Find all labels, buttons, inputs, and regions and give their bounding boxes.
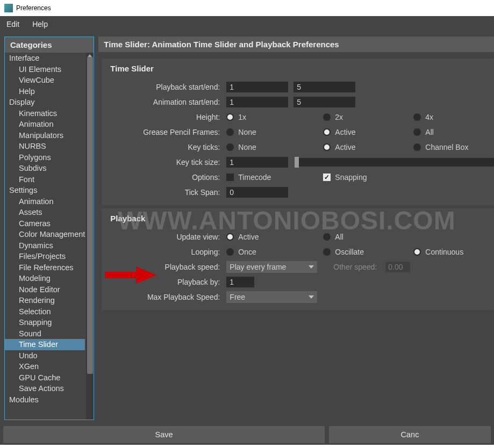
slider-keytick-size[interactable] bbox=[295, 158, 494, 167]
radio-label-height-1x: 1x bbox=[238, 113, 246, 121]
check-label-timecode: Timecode bbox=[238, 173, 271, 182]
chevron-down-icon[interactable] bbox=[305, 261, 317, 273]
sidebar-item-assets[interactable]: Assets bbox=[5, 207, 85, 218]
radio-label-keyticks-channelbox: Channel Box bbox=[425, 143, 468, 151]
sidebar-item-save-actions[interactable]: Save Actions bbox=[5, 383, 85, 394]
content-panel: Time Slider: Animation Time Slider and P… bbox=[98, 37, 494, 420]
radio-keyticks-none[interactable] bbox=[226, 143, 234, 151]
sidebar-item-undo[interactable]: Undo bbox=[5, 350, 85, 362]
scroll-thumb[interactable] bbox=[87, 57, 93, 374]
radio-grease-all[interactable] bbox=[413, 128, 421, 136]
label-options: Options: bbox=[103, 173, 221, 182]
sidebar-item-polygons[interactable]: Polygons bbox=[5, 152, 85, 163]
sidebar-item-display[interactable]: Display bbox=[5, 97, 85, 108]
radio-label-update-all: All bbox=[335, 233, 343, 241]
sidebar-item-viewcube[interactable]: ViewCube bbox=[5, 75, 85, 86]
sidebar-item-settings[interactable]: Settings bbox=[5, 185, 85, 196]
chevron-down-icon[interactable] bbox=[305, 291, 317, 303]
input-keytick-size[interactable] bbox=[226, 157, 288, 168]
sidebar-item-kinematics[interactable]: Kinematics bbox=[5, 108, 85, 119]
sidebar-item-subdivs[interactable]: Subdivs bbox=[5, 163, 85, 174]
radio-label-update-active: Active bbox=[238, 233, 259, 241]
radio-grease-active[interactable] bbox=[323, 128, 331, 136]
sidebar-item-cameras[interactable]: Cameras bbox=[5, 218, 85, 229]
bottombar: Save Canc bbox=[0, 424, 494, 445]
label-height: Height: bbox=[103, 113, 221, 121]
titlebar: Preferences bbox=[0, 0, 494, 16]
radio-height-4x[interactable] bbox=[413, 113, 421, 121]
input-anim-start[interactable] bbox=[226, 97, 288, 107]
main: Categories InterfaceUI ElementsViewCubeH… bbox=[0, 32, 494, 424]
slider-thumb[interactable] bbox=[295, 157, 299, 168]
sidebar-item-gpu-cache[interactable]: GPU Cache bbox=[5, 372, 85, 384]
label-grease: Grease Pencil Frames: bbox=[103, 128, 221, 136]
radio-height-1x[interactable] bbox=[226, 113, 234, 121]
sidebar-item-time-slider[interactable]: Time Slider bbox=[5, 339, 85, 350]
sidebar-item-rendering[interactable]: Rendering bbox=[5, 295, 85, 306]
label-update-view: Update view: bbox=[103, 233, 221, 241]
sidebar-item-selection[interactable]: Selection bbox=[5, 306, 85, 317]
sidebar-item-sound[interactable]: Sound bbox=[5, 328, 85, 339]
menu-edit[interactable]: Edit bbox=[6, 20, 19, 28]
select-playback-speed[interactable]: Play every frame bbox=[226, 261, 317, 273]
sidebar-item-ui-elements[interactable]: UI Elements bbox=[5, 64, 85, 75]
sidebar-item-dynamics[interactable]: Dynamics bbox=[5, 240, 85, 251]
radio-height-2x[interactable] bbox=[323, 113, 331, 121]
app-icon bbox=[4, 4, 13, 12]
input-anim-end[interactable] bbox=[293, 97, 355, 107]
sidebar-header: Categories bbox=[5, 37, 94, 53]
check-snapping[interactable]: ✓ bbox=[323, 174, 331, 181]
input-playback-by[interactable] bbox=[226, 277, 254, 287]
category-list[interactable]: InterfaceUI ElementsViewCubeHelpDisplayK… bbox=[5, 53, 94, 420]
menu-help[interactable]: Help bbox=[32, 20, 48, 28]
radio-keyticks-channelbox[interactable] bbox=[413, 143, 421, 151]
select-value-playback-speed: Play every frame bbox=[226, 261, 305, 273]
radio-update-all[interactable] bbox=[323, 233, 331, 241]
radio-update-active[interactable] bbox=[226, 233, 234, 241]
radio-keyticks-active[interactable] bbox=[323, 143, 331, 151]
sidebar-item-node-editor[interactable]: Node Editor bbox=[5, 284, 85, 295]
input-tick-span[interactable] bbox=[226, 187, 288, 198]
check-label-snapping: Snapping bbox=[335, 173, 367, 182]
radio-loop-once[interactable] bbox=[226, 248, 234, 256]
radio-grease-none[interactable] bbox=[226, 128, 234, 136]
label-keyticks: Key ticks: bbox=[103, 143, 221, 151]
input-playback-start[interactable] bbox=[226, 82, 288, 92]
sidebar-item-snapping[interactable]: Snapping bbox=[5, 317, 85, 328]
sidebar-item-modeling[interactable]: Modeling bbox=[5, 273, 85, 284]
label-max-playback-speed: Max Playback Speed: bbox=[103, 293, 221, 301]
cancel-button[interactable]: Canc bbox=[329, 426, 491, 443]
sidebar-item-nurbs[interactable]: NURBS bbox=[5, 141, 85, 152]
scrollbar[interactable] bbox=[86, 53, 94, 420]
select-value-max-speed: Free bbox=[226, 291, 305, 303]
sidebar-item-animation[interactable]: Animation bbox=[5, 196, 85, 207]
sidebar-item-interface[interactable]: Interface bbox=[5, 53, 85, 64]
sidebar-item-file-references[interactable]: File References bbox=[5, 262, 85, 273]
select-max-playback-speed[interactable]: Free bbox=[226, 291, 317, 303]
save-button[interactable]: Save bbox=[3, 426, 325, 443]
section-title-time-slider: Time Slider bbox=[102, 59, 494, 81]
sidebar-item-color-management[interactable]: Color Management bbox=[5, 229, 85, 240]
radio-label-loop-oscillate: Oscillate bbox=[335, 248, 364, 256]
sidebar: Categories InterfaceUI ElementsViewCubeH… bbox=[4, 37, 94, 420]
sidebar-item-xgen[interactable]: XGen bbox=[5, 361, 85, 372]
input-playback-end[interactable] bbox=[293, 82, 355, 92]
radio-label-keyticks-active: Active bbox=[335, 143, 355, 151]
check-timecode[interactable] bbox=[226, 174, 234, 181]
radio-label-loop-once: Once bbox=[238, 248, 256, 256]
sidebar-item-animation[interactable]: Animation bbox=[5, 119, 85, 130]
radio-label-height-4x: 4x bbox=[425, 113, 433, 121]
window-title: Preferences bbox=[16, 4, 51, 12]
label-looping: Looping: bbox=[103, 248, 221, 256]
sidebar-item-modules[interactable]: Modules bbox=[5, 394, 85, 406]
sidebar-item-manipulators[interactable]: Manipulators bbox=[5, 130, 85, 141]
radio-label-grease-active: Active bbox=[335, 128, 355, 136]
sidebar-item-files-projects[interactable]: Files/Projects bbox=[5, 251, 85, 262]
radio-label-keyticks-none: None bbox=[238, 143, 256, 151]
radio-loop-oscillate[interactable] bbox=[323, 248, 331, 256]
radio-loop-continuous[interactable] bbox=[413, 248, 421, 256]
label-playback-start-end: Playback start/end: bbox=[103, 83, 221, 91]
sidebar-item-font[interactable]: Font bbox=[5, 174, 85, 185]
sidebar-item-help[interactable]: Help bbox=[5, 86, 85, 97]
section-title-playback: Playback bbox=[102, 208, 494, 230]
